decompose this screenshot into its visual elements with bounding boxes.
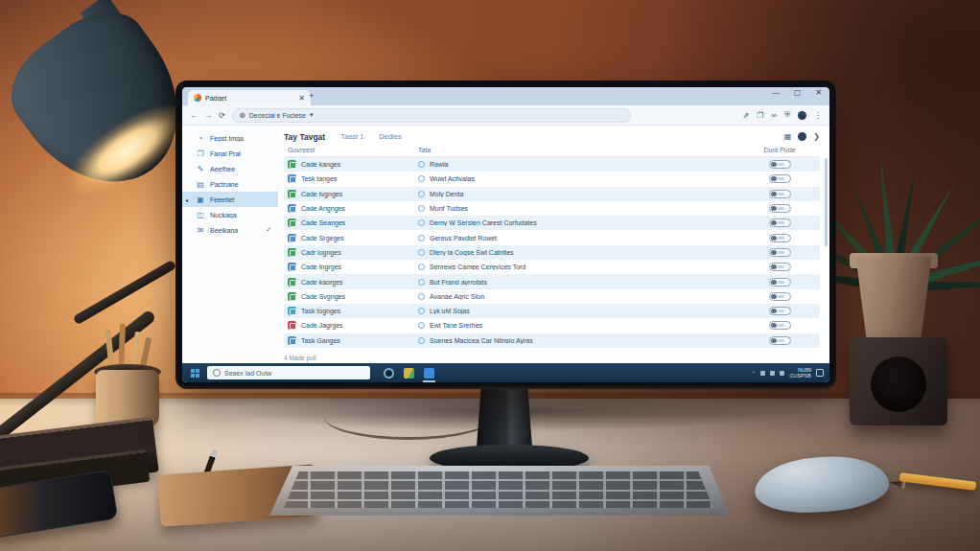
status-circle-icon[interactable] <box>418 205 425 212</box>
collections-icon[interactable]: ❐ <box>757 111 763 120</box>
row-toggle[interactable] <box>769 160 791 169</box>
status-circle-icon[interactable] <box>418 161 425 168</box>
back-icon[interactable]: ← <box>190 111 198 120</box>
row-app-label: Cade tvgnges <box>301 191 342 197</box>
taskbar-app-icon-1[interactable] <box>384 368 394 379</box>
taskbar-search[interactable]: Seaex lad Outw <box>207 366 370 379</box>
column-header-toggle[interactable]: Dunt Pude <box>749 147 810 153</box>
row-toggle[interactable] <box>769 307 791 315</box>
row-toggle[interactable] <box>769 263 791 271</box>
table-row[interactable]: Task Ganges Suenes Macicea Car Ntlnsio A… <box>284 333 820 348</box>
sidebar-item[interactable]: ◔ Fepst tmga <box>182 130 278 146</box>
taskbar-app-icon-3[interactable] <box>424 368 434 379</box>
table-row[interactable]: Task tognges Lyk uM Sojas <box>284 304 820 318</box>
status-circle-icon[interactable] <box>418 219 425 226</box>
profile-avatar[interactable] <box>798 111 806 120</box>
tab-close-icon[interactable]: ✕ <box>298 94 305 103</box>
browser-tab[interactable]: Padget ✕ <box>188 90 311 105</box>
table-row[interactable]: Cade Ingrges Senrews Camee Cerevices Tor… <box>284 260 820 274</box>
extensions-icon[interactable]: ∞ <box>771 111 777 120</box>
status-circle-icon[interactable] <box>418 322 425 329</box>
sidebar-item-label: Pactnane <box>210 181 267 188</box>
action-center-icon[interactable] <box>816 369 824 377</box>
forward-icon[interactable]: → <box>204 111 212 120</box>
main-tab-1[interactable]: Taast 1 <box>340 132 363 141</box>
sidebar-item-label: Aeefhee <box>210 166 267 172</box>
status-circle-icon[interactable] <box>418 235 425 241</box>
table-row[interactable]: Cade Srgeges Gereus Pavdiet Rowet <box>284 230 820 244</box>
tray-icon-1[interactable] <box>760 371 765 376</box>
start-button[interactable] <box>182 363 207 382</box>
menu-dots-icon[interactable]: ⋮ <box>814 111 822 120</box>
sidebar-item[interactable]: ▤ Pactnane <box>182 176 278 192</box>
row-toggle[interactable] <box>769 204 791 213</box>
scrollbar[interactable] <box>825 158 828 246</box>
status-circle-icon[interactable] <box>418 337 425 344</box>
table-row[interactable]: Cade Svgnges Avanae Agric Slon <box>284 289 820 304</box>
row-toggle[interactable] <box>769 190 791 198</box>
row-task-label: Suenes Macicea Car Ntlnsio Ayras <box>430 337 533 344</box>
row-task-cell: Ewt Tane Srerhes <box>418 322 749 329</box>
row-toggle[interactable] <box>769 336 791 345</box>
column-header-app[interactable]: Guvreest <box>284 147 418 153</box>
tray-icon-2[interactable] <box>770 371 775 376</box>
row-toggle[interactable] <box>769 278 791 287</box>
main-tab-2[interactable]: Dedies <box>379 132 401 141</box>
sidebar-item[interactable]: ✉ Beelkana ✓ <box>182 222 278 238</box>
taskbar-clock[interactable]: NU89 CUSPSB <box>789 367 811 379</box>
site-info-icon[interactable]: ◍ <box>240 111 245 119</box>
caret-icon[interactable]: ❯ <box>813 132 820 141</box>
row-task-cell: Dtery la Cogse Swt Catntles <box>418 249 749 256</box>
status-circle-icon[interactable] <box>418 249 425 256</box>
user-avatar[interactable] <box>798 132 806 141</box>
share-icon[interactable]: ⇗ <box>742 111 749 120</box>
tab-title: Padget <box>205 95 294 102</box>
grid-view-icon[interactable]: ▦ <box>784 132 792 141</box>
status-circle-icon[interactable] <box>418 264 425 270</box>
table-row[interactable]: Cadr lognges Dtery la Cogse Swt Catntles <box>284 245 820 260</box>
status-circle-icon[interactable] <box>418 308 425 314</box>
sidebar-item[interactable]: ✎ Aeefhee <box>182 161 278 176</box>
column-header-task[interactable]: Tata <box>418 147 749 153</box>
table-row[interactable]: Tesk tanges Wuwt Activalas <box>284 172 820 186</box>
sidebar-item[interactable]: ◫ Nuckaga <box>182 207 278 222</box>
status-circle-icon[interactable] <box>418 191 425 197</box>
status-circle-icon[interactable] <box>418 175 425 182</box>
row-toggle[interactable] <box>769 218 791 227</box>
table-row[interactable]: Cade Angnges Munf Tudses <box>284 201 820 216</box>
row-app-label: Cade Ingrges <box>301 264 341 270</box>
sidebar-item[interactable]: ◂ ▣ Feeetlet <box>182 192 278 207</box>
sidebar-item[interactable]: ❐ Fanal Pral <box>182 146 278 161</box>
sidebar-item-icon: ▣ <box>196 195 205 204</box>
row-toggle[interactable] <box>769 292 791 301</box>
url-caret-icon[interactable]: ▾ <box>310 111 314 119</box>
table-row[interactable]: Cade kaorges But Frand ayrrotats <box>284 274 820 288</box>
maximize-button[interactable]: ▢ <box>794 88 802 97</box>
taskbar-app-icon-2[interactable] <box>404 368 414 379</box>
close-button[interactable]: ✕ <box>815 88 822 97</box>
status-circle-icon[interactable] <box>418 279 425 286</box>
app-icon <box>288 278 296 287</box>
tab-favicon-icon <box>194 94 201 102</box>
row-toggle[interactable] <box>769 234 791 242</box>
table-row[interactable]: Cade tvgnges Moly Denta <box>284 187 820 201</box>
row-app-cell: Task tognges <box>284 307 418 315</box>
refresh-icon[interactable]: ⟳ <box>219 111 225 120</box>
new-tab-button[interactable]: + <box>309 91 314 101</box>
table-row[interactable]: Cade kanges Rawla <box>284 157 820 172</box>
row-toggle[interactable] <box>769 321 791 330</box>
address-bar[interactable]: ◍ Dececial e Fuclese ▾ <box>232 108 631 123</box>
table-row[interactable]: Cade Jagrges Ewt Tane Srerhes <box>284 318 820 333</box>
shield-icon[interactable]: ⛨ <box>784 110 790 120</box>
minimize-button[interactable]: — <box>772 88 780 97</box>
row-toggle[interactable] <box>769 174 791 183</box>
sidebar-item-icon: ✎ <box>196 165 205 173</box>
row-toggle-cell <box>749 336 810 345</box>
row-toggle[interactable] <box>769 248 791 257</box>
tray-icon-3[interactable] <box>780 371 784 376</box>
status-circle-icon[interactable] <box>418 293 425 300</box>
tray-expand-icon[interactable]: ⌃ <box>751 370 756 377</box>
row-toggle-cell <box>749 204 810 213</box>
table-row[interactable]: Cade Seanges Demy W Sersten Carest Corfu… <box>284 216 820 230</box>
row-app-cell: Cade Ingrges <box>284 263 418 271</box>
